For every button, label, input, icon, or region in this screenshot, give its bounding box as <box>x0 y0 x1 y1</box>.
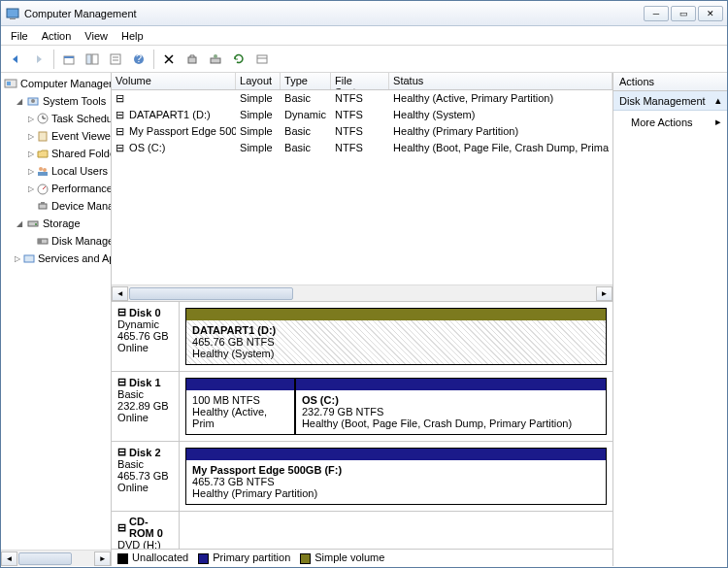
disk-row[interactable]: ⊟Disk 1Basic232.89 GBOnline100 MB NTFSHe… <box>112 372 612 442</box>
col-fs[interactable]: File System <box>331 73 389 89</box>
maximize-button[interactable]: ▭ <box>671 6 696 21</box>
action-1-button[interactable] <box>182 49 203 70</box>
tree-local-users[interactable]: ▷Local Users and Groups <box>1 162 111 180</box>
svg-rect-17 <box>7 82 11 85</box>
actions-pane: Actions Disk Management▴ More Actions▸ <box>613 73 727 566</box>
volume-row[interactable]: ⊟My Passport Edge 500GB (F:)SimpleBasicN… <box>112 123 612 140</box>
up-button[interactable] <box>58 49 80 70</box>
svg-point-19 <box>31 99 35 103</box>
svg-rect-3 <box>64 56 74 58</box>
svg-point-32 <box>35 223 37 225</box>
volume-list[interactable]: ⊟SimpleBasicNTFSHealthy (Active, Primary… <box>112 90 612 284</box>
disk-graphical-view[interactable]: ⊟Disk 0Dynamic465.76 GBOnlineDATAPART1 (… <box>112 301 612 549</box>
tree-storage[interactable]: ◢Storage <box>1 215 111 232</box>
volume-row[interactable]: ⊟OS (C:)SimpleBasicNTFSHealthy (Boot, Pa… <box>112 140 612 156</box>
back-button[interactable] <box>5 49 26 70</box>
menu-file[interactable]: File <box>5 28 34 44</box>
partition[interactable]: OS (C:)232.79 GB NTFSHealthy (Boot, Page… <box>295 378 607 435</box>
svg-rect-0 <box>7 9 18 17</box>
tree-pane: Computer Management (Local ◢System Tools… <box>1 73 112 566</box>
partition[interactable]: 100 MB NTFSHealthy (Active, Prim <box>185 378 295 435</box>
tree-root[interactable]: Computer Management (Local <box>1 75 111 92</box>
legend: Unallocated Primary partition Simple vol… <box>112 549 612 566</box>
volume-header: Volume Layout Type File System Status <box>112 73 612 90</box>
legend-primary: Primary partition <box>198 551 290 564</box>
menu-action[interactable]: Action <box>36 28 78 44</box>
delete-button[interactable] <box>158 49 180 70</box>
tree-performance[interactable]: ▷Performance <box>1 180 111 197</box>
expand-icon[interactable]: ▷ <box>28 150 34 158</box>
menu-view[interactable]: View <box>79 28 114 44</box>
svg-rect-6 <box>111 54 120 64</box>
legend-unallocated: Unallocated <box>117 551 188 564</box>
tree-scrollbar[interactable]: ◄► <box>1 550 111 566</box>
center-pane: Volume Layout Type File System Status ⊟S… <box>112 73 613 566</box>
svg-text:?: ? <box>136 52 142 64</box>
window-title: Computer Management <box>24 8 644 19</box>
close-button[interactable]: ✕ <box>698 6 723 21</box>
menu-bar: File Action View Help <box>1 26 727 46</box>
svg-rect-4 <box>86 54 91 64</box>
more-actions[interactable]: More Actions▸ <box>613 111 727 133</box>
collapse-icon[interactable]: ◢ <box>15 219 23 228</box>
volume-row[interactable]: ⊟DATAPART1 (D:)SimpleDynamicNTFSHealthy … <box>112 107 612 123</box>
actions-section[interactable]: Disk Management▴ <box>613 91 727 111</box>
tree-task-scheduler[interactable]: ▷Task Scheduler <box>1 110 111 127</box>
collapse-icon[interactable]: ◢ <box>15 97 23 106</box>
expand-icon[interactable]: ▷ <box>28 132 34 141</box>
expand-icon[interactable]: ▷ <box>28 167 34 176</box>
legend-simple: Simple volume <box>300 551 384 564</box>
disk-row[interactable]: ⊟Disk 0Dynamic465.76 GBOnlineDATAPART1 (… <box>112 302 612 372</box>
toolbar: ? <box>1 46 727 73</box>
disk-row[interactable]: ⊟CD-ROM 0DVD (H:) <box>112 512 612 549</box>
col-layout[interactable]: Layout <box>236 73 281 89</box>
svg-rect-23 <box>39 132 47 141</box>
partition[interactable]: DATAPART1 (D:)465.76 GB NTFSHealthy (Sys… <box>185 308 607 365</box>
svg-rect-1 <box>10 18 16 19</box>
minimize-button[interactable]: ─ <box>644 6 669 21</box>
expand-icon[interactable]: ▷ <box>15 254 20 263</box>
tree-shared-folders[interactable]: ▷Shared Folders <box>1 145 111 162</box>
list-button[interactable] <box>251 49 273 70</box>
title-bar: Computer Management ─ ▭ ✕ <box>1 1 727 26</box>
svg-point-25 <box>43 168 47 172</box>
col-status[interactable]: Status <box>389 73 612 89</box>
svg-rect-35 <box>24 255 34 262</box>
svg-point-24 <box>39 167 43 171</box>
svg-rect-30 <box>41 202 45 204</box>
tree-disk-management[interactable]: ▷Disk Management <box>1 232 111 250</box>
actions-header: Actions <box>613 73 727 91</box>
svg-rect-12 <box>211 58 220 63</box>
show-hide-tree-button[interactable] <box>82 49 103 70</box>
svg-rect-5 <box>92 54 98 64</box>
tree-event-viewer[interactable]: ▷Event Viewer <box>1 127 111 145</box>
menu-help[interactable]: Help <box>116 28 149 44</box>
disk-row[interactable]: ⊟Disk 2Basic465.73 GBOnlineMy Passport E… <box>112 442 612 512</box>
svg-rect-34 <box>38 239 42 244</box>
partition[interactable]: My Passport Edge 500GB (F:)465.73 GB NTF… <box>185 448 607 505</box>
action-2-button[interactable] <box>205 49 226 70</box>
expand-icon[interactable]: ▷ <box>28 115 34 123</box>
refresh-button[interactable] <box>228 49 249 70</box>
expand-icon[interactable]: ▷ <box>28 184 34 193</box>
properties-button[interactable] <box>105 49 126 70</box>
col-volume[interactable]: Volume <box>112 73 236 89</box>
svg-rect-11 <box>188 57 196 63</box>
help-button[interactable]: ? <box>128 49 149 70</box>
tree-services[interactable]: ▷Services and Applications <box>1 250 111 267</box>
chevron-right-icon: ▸ <box>715 116 721 128</box>
app-icon <box>5 6 20 21</box>
tree-device-manager[interactable]: ▷Device Manager <box>1 197 111 215</box>
volume-row[interactable]: ⊟SimpleBasicNTFSHealthy (Active, Primary… <box>112 90 612 107</box>
svg-rect-26 <box>38 172 48 176</box>
svg-rect-14 <box>257 55 267 63</box>
tree-system-tools[interactable]: ◢System Tools <box>1 92 111 110</box>
forward-button[interactable] <box>28 49 50 70</box>
col-type[interactable]: Type <box>281 73 331 89</box>
svg-point-13 <box>214 54 217 58</box>
volume-scrollbar[interactable]: ◄► <box>112 284 612 301</box>
svg-rect-29 <box>39 204 47 209</box>
collapse-icon: ▴ <box>715 94 721 107</box>
